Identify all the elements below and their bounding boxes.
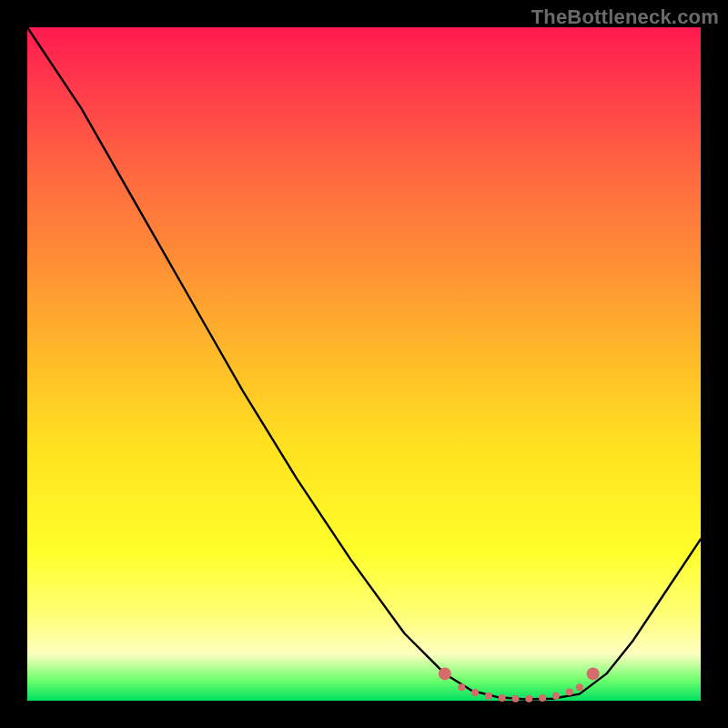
marker-point — [552, 693, 560, 700]
marker-point — [587, 667, 600, 680]
marker-point — [485, 693, 492, 700]
marker-point — [499, 694, 506, 702]
marker-point — [512, 695, 520, 703]
marker-point — [576, 683, 583, 691]
plot-area — [27, 27, 701, 701]
marker-point — [458, 683, 465, 691]
bottleneck-curve — [27, 27, 701, 700]
marker-point — [525, 695, 532, 703]
marker-point — [539, 694, 546, 702]
marker-point — [566, 688, 573, 695]
chart-frame: { "watermark": "TheBottleneck.com", "cha… — [0, 0, 728, 728]
chart-svg — [27, 27, 701, 701]
marker-point — [439, 667, 451, 680]
marker-point — [471, 689, 479, 696]
watermark-text: TheBottleneck.com — [531, 5, 719, 29]
marker-group — [439, 667, 600, 702]
